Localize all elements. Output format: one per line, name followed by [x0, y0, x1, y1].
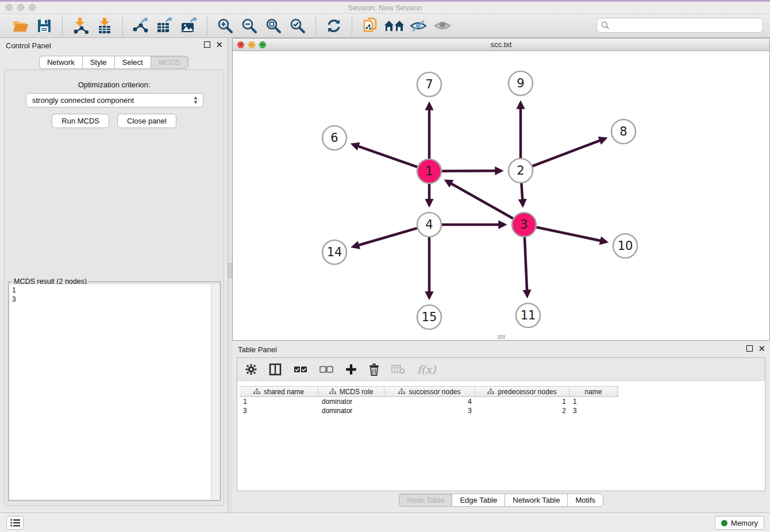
graph-node-7[interactable]: 7 [417, 72, 441, 97]
close-panel-icon[interactable]: ✕ [215, 41, 223, 48]
graph-node-2[interactable]: 2 [509, 159, 533, 183]
graph-node-14[interactable]: 14 [322, 240, 346, 264]
save-session-button[interactable] [32, 16, 56, 36]
network-canvas[interactable]: 7968124314101511 [233, 51, 769, 340]
zoom-selected-button[interactable] [286, 16, 310, 36]
control-panel: Control Panel ✕ Network Style Select MCD… [0, 38, 228, 512]
memory-button[interactable]: Memory [715, 516, 764, 530]
tab-motifs[interactable]: Motifs [567, 494, 603, 507]
graph-edge[interactable] [521, 183, 522, 205]
cell-successor-nodes[interactable]: 4 [384, 397, 475, 406]
column-header-shared-name[interactable]: shared name [240, 387, 318, 396]
show-all-button[interactable] [430, 16, 455, 36]
result-line: 1 [12, 286, 209, 295]
column-header-mcds-role[interactable]: MCDS role [318, 387, 384, 396]
cell-shared-name[interactable]: 3 [240, 406, 318, 415]
result-scrollbar[interactable] [211, 284, 219, 499]
graph-node-1[interactable]: 1 [417, 159, 441, 183]
graph-edge[interactable] [537, 228, 606, 242]
cell-mcds-role[interactable]: dominator [318, 406, 384, 415]
column-header-name[interactable]: name [569, 387, 618, 396]
hide-selected-button[interactable] [406, 16, 430, 36]
new-network-from-selection-button[interactable] [358, 16, 382, 36]
splitter-grip[interactable] [228, 263, 232, 278]
delete-column-button[interactable] [369, 361, 379, 378]
select-all-button[interactable] [294, 361, 307, 378]
add-column-button[interactable] [345, 361, 357, 378]
task-history-button[interactable] [6, 516, 24, 530]
eye-icon [433, 19, 452, 33]
export-table-button[interactable] [153, 16, 177, 36]
zoom-in-button[interactable] [213, 16, 237, 36]
graph-node-10[interactable]: 10 [613, 234, 637, 258]
svg-text:1: 1 [425, 164, 433, 178]
memory-label: Memory [731, 519, 758, 527]
cell-name[interactable]: 3 [569, 406, 618, 415]
table-panel-header: Table Panel ✕ [232, 342, 770, 357]
vertical-splitter[interactable] [228, 38, 232, 512]
optimization-criterion-select[interactable]: strongly connected component ▲▼ [26, 93, 203, 107]
column-header-successor-nodes[interactable]: successor nodes [384, 387, 475, 396]
graph-node-8[interactable]: 8 [611, 119, 636, 144]
close-panel-button[interactable]: Close panel [117, 114, 176, 128]
refresh-layout-button[interactable] [322, 16, 346, 36]
cell-predecessor-nodes[interactable]: 1 [475, 397, 569, 406]
graph-node-3[interactable]: 3 [512, 213, 536, 237]
app-titlebar: Session: New Session [0, 2, 770, 14]
graph-node-9[interactable]: 9 [509, 71, 533, 95]
svg-text:11: 11 [521, 309, 536, 322]
float-panel-icon[interactable] [204, 41, 210, 48]
import-network-icon [72, 17, 88, 34]
tab-mcds[interactable]: MCDS [151, 56, 188, 69]
tab-select[interactable]: Select [114, 56, 151, 69]
graph-edge[interactable] [533, 138, 606, 166]
unselect-all-button[interactable] [319, 361, 333, 378]
cell-name[interactable]: 1 [569, 397, 618, 406]
home-layout-button[interactable] [382, 16, 406, 36]
graph-node-6[interactable]: 6 [322, 126, 346, 150]
cell-predecessor-nodes[interactable]: 2 [475, 406, 569, 415]
zoom-fit-button[interactable] [261, 16, 286, 36]
graph-edge[interactable] [442, 171, 501, 171]
cell-mcds-role[interactable]: dominator [318, 397, 384, 406]
open-session-button[interactable] [8, 16, 32, 36]
tab-network[interactable]: Network [39, 56, 83, 69]
svg-text:2: 2 [517, 164, 524, 178]
graph-edge[interactable] [353, 228, 417, 246]
graph-node-11[interactable]: 11 [516, 303, 540, 327]
network-window-title: scc.txt [233, 40, 769, 49]
column-header-predecessor-nodes[interactable]: predecessor nodes [475, 387, 569, 396]
graph-edge[interactable] [353, 144, 417, 167]
export-image-button[interactable] [177, 16, 201, 36]
run-mcds-button[interactable]: Run MCDS [52, 114, 109, 128]
export-network-button[interactable] [129, 16, 153, 36]
search-input[interactable] [596, 18, 763, 33]
close-table-panel-icon[interactable]: ✕ [758, 345, 765, 352]
zoom-out-button[interactable] [237, 16, 261, 36]
show-column-button[interactable] [269, 361, 282, 378]
import-network-button[interactable] [68, 16, 93, 36]
tab-node-table[interactable]: Node Table [399, 494, 453, 507]
graph-edge[interactable] [446, 181, 513, 219]
mcds-result-list[interactable]: 1 3 [10, 284, 211, 499]
table-row[interactable]: 3 dominator 3 2 3 [240, 406, 619, 415]
cell-shared-name[interactable]: 1 [240, 397, 318, 406]
network-window-titlebar[interactable]: ✕ − + scc.txt [233, 38, 769, 51]
import-table-button[interactable] [93, 16, 117, 36]
search-field[interactable] [596, 18, 763, 33]
tab-style[interactable]: Style [82, 56, 115, 69]
toolbar-separator [352, 16, 352, 36]
table-panel-tabs: Node Table Edge Table Network Table Moti… [232, 494, 770, 507]
hierarchy-icon [329, 388, 336, 395]
cell-successor-nodes[interactable]: 3 [384, 406, 475, 415]
graph-edge[interactable] [525, 237, 528, 296]
canvas-splitter-grip[interactable] [498, 335, 505, 339]
float-table-panel-icon[interactable] [746, 345, 753, 352]
node-table: shared name MCDS role successor nodes pr… [240, 386, 619, 415]
graph-node-15[interactable]: 15 [417, 305, 441, 329]
tab-network-table[interactable]: Network Table [505, 494, 568, 507]
table-row[interactable]: 1 dominator 4 1 1 [240, 397, 619, 406]
table-settings-button[interactable] [245, 361, 257, 378]
graph-node-4[interactable]: 4 [417, 213, 441, 237]
tab-edge-table[interactable]: Edge Table [452, 494, 505, 507]
